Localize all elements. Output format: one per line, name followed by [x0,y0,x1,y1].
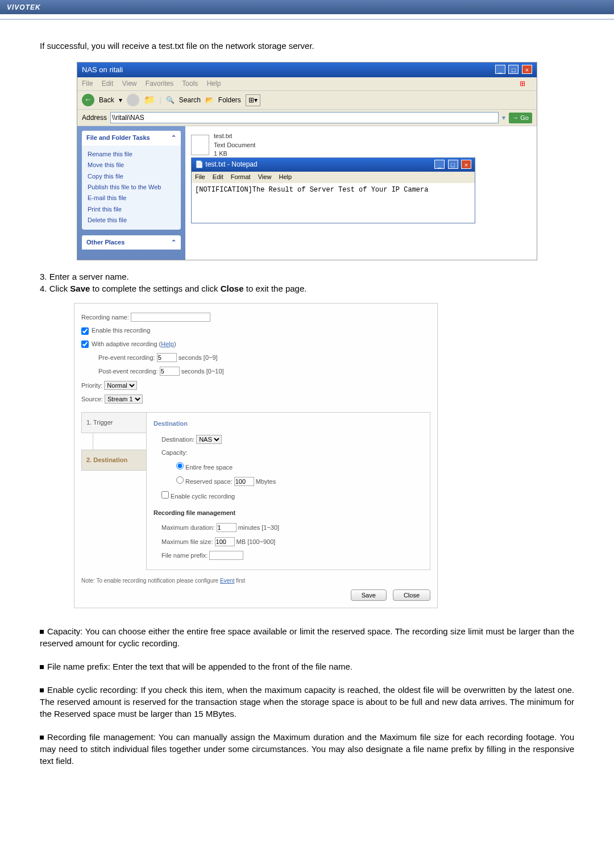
priority-select[interactable]: Normal [104,381,137,390]
close-icon[interactable]: × [461,160,471,169]
prefix-input[interactable] [209,551,243,560]
bullet-icon [40,665,44,669]
rfm-legend: Recording file management [154,509,423,517]
reserved-label: Reserved space: [185,478,233,485]
destination-select[interactable]: NAS [196,435,222,444]
maxdur-unit: minutes [1~30] [238,524,279,531]
steps: 3. Enter a server name. 4. Click Save to… [40,271,574,294]
step-tabs: 1. Trigger 2. Destination [81,412,147,570]
task-print[interactable]: Print this file [88,204,175,215]
task-copy[interactable]: Copy this file [88,171,175,182]
tab-destination[interactable]: 2. Destination [81,450,147,471]
close-icon[interactable]: × [522,65,532,74]
bullet-icon [40,736,44,740]
file-size: 1 KB [214,149,255,158]
views-icon[interactable]: ⊞▾ [246,94,260,106]
recording-name-input[interactable] [131,313,210,322]
task-email[interactable]: E-mail this file [88,193,175,203]
close-button[interactable]: Close [393,589,430,601]
notepad-menubar: File Edit Format View Help [192,172,475,182]
back-icon[interactable]: ← [82,94,94,106]
np-menu-file[interactable]: File [195,173,205,180]
address-input[interactable] [110,112,499,123]
step-3: 3. Enter a server name. [40,271,574,283]
np-menu-help[interactable]: Help [279,173,292,180]
minimize-icon[interactable]: _ [434,160,445,169]
tab-trigger[interactable]: 1. Trigger [81,412,147,433]
np-menu-view[interactable]: View [258,173,272,180]
entire-space-label: Entire free space [185,464,233,471]
header-gap [0,14,614,19]
event-link[interactable]: Event [220,578,235,584]
notepad-title: test.txt - Notepad [205,160,257,168]
menu-tools[interactable]: Tools [182,80,198,88]
cyclic-label: Enable cyclic recording [171,493,235,500]
adaptive-checkbox[interactable] [81,340,89,348]
folders-label[interactable]: Folders [218,95,241,105]
search-icon[interactable]: 🔍 [166,95,175,105]
folders-icon[interactable]: 📂 [205,95,214,105]
np-menu-edit[interactable]: Edit [213,173,223,180]
address-bar: Address ▾ → Go [77,110,537,126]
help-link[interactable]: Help [161,340,174,347]
menu-view[interactable]: View [122,80,137,88]
go-button[interactable]: → Go [509,113,532,123]
explorer-window: NAS on ritali _ □ × File Edit View Favor… [77,62,537,260]
post-event-input[interactable] [160,367,180,376]
pre-event-input[interactable] [157,353,177,362]
button-row: Save Close [81,589,430,601]
save-button[interactable]: Save [351,589,387,601]
task-delete[interactable]: Delete this file [88,215,175,226]
task-publish[interactable]: Publish this file to the Web [88,182,175,193]
maxsize-unit: MB [100~900] [237,538,276,545]
notepad-window: 📄 test.txt - Notepad _ □ × File Edit For… [191,157,475,223]
pre-event-label: Pre-event recording: [98,354,155,361]
menu-help[interactable]: Help [207,80,221,88]
file-list-area: test.txt Text Document 1 KB 📄 test.txt -… [185,126,537,260]
bullet-list: Capacity: You can choose either the enti… [40,625,574,767]
page-header: VIVOTEK [0,0,614,14]
menu-edit[interactable]: Edit [102,80,114,88]
task-rename[interactable]: Rename this file [88,149,175,160]
maximize-icon[interactable]: □ [448,160,458,169]
file-tasks-title: File and Folder Tasks [86,134,150,142]
capacity-label: Capacity: [161,449,188,456]
source-label: Source: [81,396,103,402]
file-item[interactable]: test.txt Text Document 1 KB [191,132,531,158]
intro-text: If successful, you will receive a test.t… [40,40,574,52]
recording-form: Recording name: Enable this recording Wi… [74,303,438,608]
notepad-icon: 📄 [195,160,204,168]
back-label[interactable]: Back [99,95,114,105]
menu-file[interactable]: File [82,80,93,88]
reserved-space-radio[interactable] [176,476,184,484]
address-label: Address [82,113,107,123]
up-icon[interactable]: 📁 [144,94,155,106]
pre-event-unit: seconds [0~9] [179,354,218,361]
maxdur-input[interactable] [217,523,237,532]
cyclic-checkbox[interactable] [161,491,169,499]
window-buttons: _ □ × [494,65,532,75]
reserved-unit: Mbytes [256,478,276,485]
collapse-icon[interactable]: ⌃ [171,238,176,247]
other-places-panel: Other Places⌃ [82,235,181,250]
destination-fieldset: Destination Destination: NAS Capacity: E… [146,412,430,570]
forward-icon[interactable] [127,94,139,106]
explorer-title: NAS on ritali [82,65,123,75]
search-label[interactable]: Search [179,95,201,105]
notepad-content[interactable]: [NOTIFICATION]The Result of Server Test … [192,183,475,223]
maximize-icon[interactable]: □ [508,65,518,74]
menu-favorites[interactable]: Favorites [146,80,173,88]
destination-label: Destination: [161,436,194,443]
maxsize-input[interactable] [215,537,235,546]
enable-recording-checkbox[interactable] [81,327,89,335]
entire-space-radio[interactable] [176,462,184,470]
minimize-icon[interactable]: _ [495,65,505,74]
bullet-icon [40,630,44,634]
enable-recording-label: Enable this recording [92,327,150,334]
collapse-icon[interactable]: ⌃ [171,134,176,142]
np-menu-format[interactable]: Format [231,173,251,180]
task-move[interactable]: Move this file [88,160,175,171]
file-tasks-panel: File and Folder Tasks⌃ Rename this file … [82,131,181,229]
source-select[interactable]: Stream 1 [105,394,143,404]
reserved-input[interactable] [234,477,254,486]
